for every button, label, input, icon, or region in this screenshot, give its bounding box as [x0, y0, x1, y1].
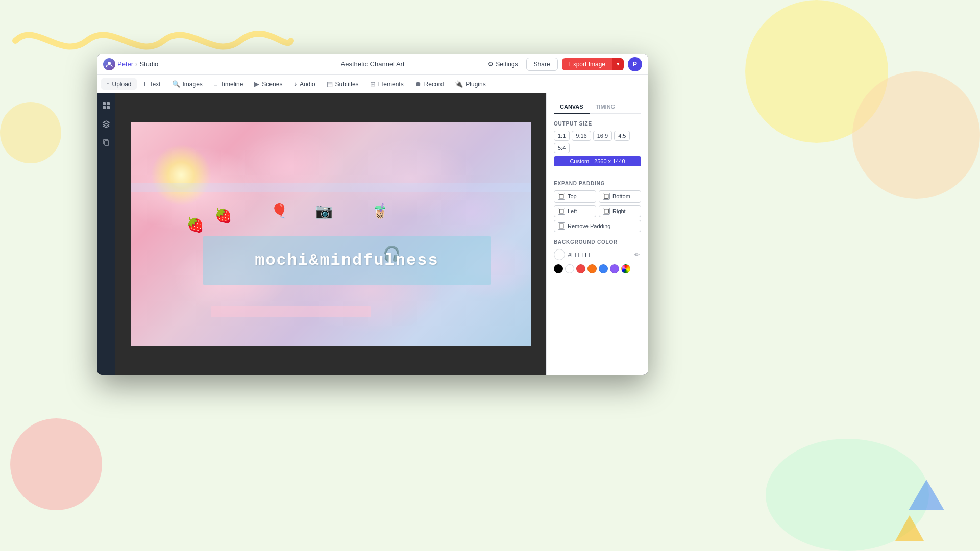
svg-rect-8	[604, 194, 608, 198]
toolbar-record[interactable]: ⏺ Record	[410, 78, 449, 90]
deco-circle-yellow	[745, 0, 888, 143]
share-button[interactable]: Share	[526, 58, 558, 71]
sidebar-copy-icon[interactable]	[99, 135, 113, 149]
breadcrumb-separator: ›	[135, 60, 137, 68]
size-9-16[interactable]: 9:16	[572, 131, 591, 141]
remove-padding-button[interactable]: Remove Padding	[554, 220, 641, 232]
sidebar-layers-icon[interactable]	[99, 117, 113, 131]
swatch-orange[interactable]	[587, 264, 597, 273]
toolbar-plugins[interactable]: 🔌 Plugins	[450, 78, 491, 90]
svg-point-0	[108, 62, 111, 65]
output-size-section: OUTPUT SIZE 1:1 9:16 16:9 4:5 5:4 Custom…	[554, 121, 641, 173]
toolbar-scenes[interactable]: ▶ Scenes	[249, 78, 287, 90]
padding-bottom-button[interactable]: Bottom	[599, 190, 641, 203]
plugins-icon: 🔌	[455, 80, 463, 88]
deco-circle-orange	[852, 71, 980, 199]
user-avatar-small	[103, 58, 115, 70]
size-4-5[interactable]: 4:5	[614, 131, 630, 141]
color-preview[interactable]	[554, 249, 565, 260]
swatch-white[interactable]	[565, 264, 574, 273]
audio-icon: ♪	[293, 80, 297, 88]
plugins-label: Plugins	[465, 81, 485, 88]
padding-top-label: Top	[568, 193, 577, 199]
padding-grid: Top Bottom	[554, 190, 641, 217]
swatch-red[interactable]	[576, 264, 585, 273]
padding-left-button[interactable]: Left	[554, 205, 596, 217]
color-swatches	[554, 264, 641, 273]
padding-top-icon	[558, 193, 565, 200]
deco-triangle-yellow	[895, 515, 924, 541]
subtitles-icon: ▤	[327, 80, 333, 88]
padding-bottom-label: Bottom	[612, 193, 630, 199]
settings-icon: ⚙	[488, 61, 494, 68]
swatch-blue[interactable]	[599, 264, 608, 273]
deco-circle-pink	[10, 418, 102, 510]
tab-canvas[interactable]: CANVAS	[554, 101, 590, 114]
export-main-button[interactable]: Export Image	[562, 58, 612, 70]
deco-circle-small-left	[0, 102, 61, 163]
svg-rect-12	[604, 209, 608, 213]
canvas-area[interactable]: 🍓 🍓 🎈 📷 🧋 🎧 mochi&mindfulness	[115, 93, 546, 375]
settings-button[interactable]: ⚙ Settings	[484, 59, 522, 70]
remove-padding-label: Remove Padding	[568, 223, 610, 229]
svg-rect-10	[559, 209, 564, 213]
audio-label: Audio	[300, 81, 315, 88]
eyedropper-button[interactable]: ✏	[633, 249, 641, 260]
padding-left-icon	[558, 208, 565, 215]
breadcrumb-user[interactable]: Peter	[117, 60, 133, 68]
toolbar-subtitles[interactable]: ▤ Subtitles	[322, 78, 364, 90]
breadcrumb-section: Studio	[139, 60, 158, 68]
timeline-label: Timeline	[220, 81, 243, 88]
swatch-rainbow[interactable]	[621, 264, 630, 273]
size-1-1[interactable]: 1:1	[554, 131, 570, 141]
toolbar-elements[interactable]: ⊞ Elements	[365, 78, 409, 90]
right-panel: CANVAS TIMING OUTPUT SIZE 1:1 9:16 16:9 …	[546, 93, 648, 375]
svg-rect-1	[103, 102, 106, 105]
text-icon: T	[143, 80, 147, 88]
toolbar-text[interactable]: T Text	[138, 78, 166, 90]
swatch-black[interactable]	[554, 264, 563, 273]
scenes-icon: ▶	[254, 80, 259, 88]
main-content: 🍓 🍓 🎈 📷 🧋 🎧 mochi&mindfulness	[97, 93, 648, 375]
strawberry-emoji-2: 🍓	[214, 207, 232, 224]
padding-top-button[interactable]: Top	[554, 190, 596, 203]
camera-emoji: 📷	[315, 203, 333, 219]
swatch-purple[interactable]	[610, 264, 619, 273]
upload-icon: ↑	[106, 80, 110, 88]
toolbar-audio[interactable]: ♪ Audio	[288, 78, 320, 90]
svg-rect-5	[105, 141, 109, 145]
tab-timing[interactable]: TIMING	[590, 101, 622, 114]
sidebar-media-icon[interactable]	[99, 98, 113, 113]
padding-left-label: Left	[568, 208, 577, 214]
padding-right-button[interactable]: Right	[599, 205, 641, 217]
color-input-row: #FFFFFF ✏	[554, 249, 641, 260]
strawberry-emoji-1: 🍓	[186, 216, 204, 233]
output-size-label: OUTPUT SIZE	[554, 121, 641, 127]
padding-bottom-icon	[603, 193, 610, 200]
toolbar-upload[interactable]: ↑ Upload	[101, 78, 137, 90]
banner-text: mochi&mindfulness	[255, 251, 438, 270]
size-16-9[interactable]: 16:9	[593, 131, 612, 141]
wavy-decoration	[10, 15, 296, 56]
elements-label: Elements	[378, 81, 404, 88]
document-title: Aesthetic Channel Art	[340, 60, 404, 68]
images-label: Images	[183, 81, 203, 88]
elements-icon: ⊞	[370, 80, 376, 88]
cup-emoji: 🧋	[371, 203, 389, 219]
svg-rect-4	[107, 106, 110, 109]
size-5-4[interactable]: 5:4	[554, 143, 570, 153]
top-bar-actions: ⚙ Settings Share Export Image ▾ P	[484, 57, 642, 71]
canvas-background: 🍓 🍓 🎈 📷 🧋 🎧 mochi&mindfulness	[131, 122, 531, 346]
bg-color-section: BACKGROUND COLOR #FFFFFF ✏	[554, 239, 641, 273]
text-label: Text	[149, 81, 160, 88]
light-bar	[131, 183, 531, 192]
toolbar-timeline[interactable]: ≡ Timeline	[209, 78, 249, 90]
export-dropdown-button[interactable]: ▾	[612, 58, 624, 70]
subtitles-label: Subtitles	[335, 81, 359, 88]
toolbar-images[interactable]: 🔍 Images	[167, 78, 208, 90]
timeline-icon: ≡	[214, 80, 218, 88]
color-hex-value: #FFFFFF	[568, 252, 630, 258]
custom-size-button[interactable]: Custom - 2560 x 1440	[554, 156, 641, 166]
user-avatar[interactable]: P	[628, 57, 642, 71]
scenes-label: Scenes	[262, 81, 282, 88]
